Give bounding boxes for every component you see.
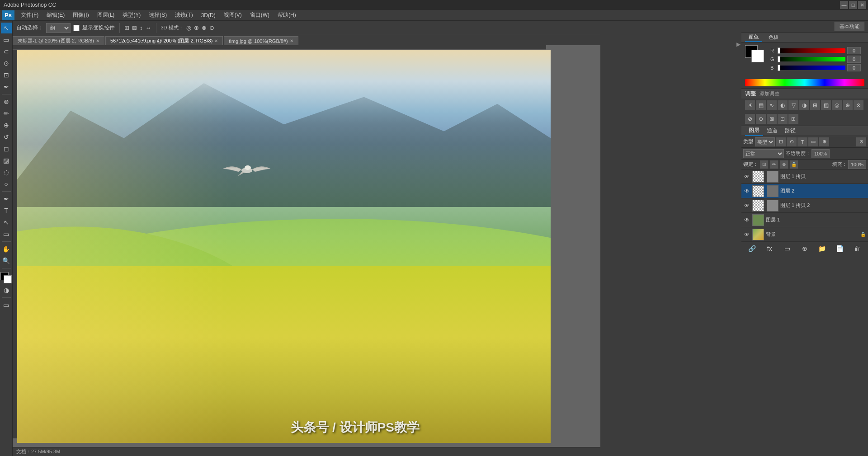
- layer-group-btn[interactable]: 📁: [817, 244, 827, 253]
- g-slider[interactable]: [778, 57, 845, 61]
- lock-all[interactable]: 🔒: [790, 160, 798, 169]
- layer-style-btn[interactable]: fx: [764, 244, 774, 253]
- b-thumb[interactable]: [778, 65, 780, 71]
- tool-eraser[interactable]: ◻: [1, 143, 12, 154]
- tool-quick-select[interactable]: ⊙: [1, 58, 12, 69]
- bg-swatch[interactable]: [751, 50, 764, 62]
- layer-eye-3[interactable]: 👁: [743, 216, 750, 224]
- minimize-btn[interactable]: —: [840, 1, 848, 9]
- adjust-bw[interactable]: ▨: [821, 100, 831, 110]
- menu-layer[interactable]: 图层(L): [94, 10, 118, 20]
- maximize-btn[interactable]: □: [849, 1, 857, 9]
- layer-delete-btn[interactable]: 🗑: [852, 244, 862, 253]
- blend-mode-select[interactable]: 正常 溶解 变暗 正片叠底 颜色加深 叠加 柔光 滤色: [743, 149, 784, 158]
- adjust-exposure[interactable]: ◐: [778, 100, 788, 110]
- tab-3-close[interactable]: ✕: [290, 38, 293, 43]
- tool-crop[interactable]: ⊡: [1, 70, 12, 80]
- tool-zoom[interactable]: 🔍: [1, 255, 12, 266]
- 3d-icon-4[interactable]: ⊙: [209, 24, 214, 31]
- r-value[interactable]: [847, 47, 861, 54]
- transform-icon-1[interactable]: ⊞: [124, 24, 129, 31]
- layer-eye-0[interactable]: 👁: [743, 173, 750, 180]
- layer-kind-select[interactable]: 类型: [755, 137, 775, 146]
- auto-select-dropdown[interactable]: 组 图层: [46, 23, 71, 33]
- menu-view[interactable]: 视图(V): [220, 10, 245, 20]
- menu-3d[interactable]: 3D(D): [198, 11, 219, 19]
- adjust-brightness[interactable]: ☀: [745, 100, 755, 110]
- menu-filter[interactable]: 滤镜(T): [171, 10, 196, 20]
- r-thumb[interactable]: [778, 47, 780, 54]
- menu-help[interactable]: 帮助(H): [274, 10, 300, 20]
- layer-item-0[interactable]: 👁 图层 1 拷贝: [741, 169, 868, 184]
- tool-history-brush[interactable]: ↺: [1, 132, 12, 142]
- color-gradient-bar[interactable]: [745, 79, 864, 86]
- tool-quick-mask[interactable]: ◑: [1, 285, 12, 296]
- lock-transparent[interactable]: ⊡: [760, 160, 768, 169]
- adjust-channel-mix[interactable]: ⊕: [843, 100, 853, 110]
- paths-tab[interactable]: 路径: [781, 126, 799, 136]
- adjust-hsl[interactable]: ◑: [799, 100, 809, 110]
- layer-mask-btn[interactable]: ▭: [782, 244, 792, 253]
- adjust-gradient-map[interactable]: ⊡: [778, 114, 788, 124]
- tab-1-close[interactable]: ✕: [96, 38, 99, 43]
- g-value[interactable]: [847, 56, 861, 63]
- tool-clone[interactable]: ⊕: [1, 120, 12, 131]
- adjust-color-lookup[interactable]: ⊗: [854, 100, 863, 110]
- tool-hand[interactable]: ✋: [1, 244, 12, 254]
- menu-select[interactable]: 选择(S): [145, 10, 170, 20]
- tool-move[interactable]: ↖: [1, 23, 12, 33]
- tool-dodge[interactable]: ○: [1, 179, 12, 189]
- opacity-input[interactable]: [811, 149, 830, 158]
- adjust-photo-filter[interactable]: ◎: [832, 100, 842, 110]
- tool-marquee[interactable]: ▭: [1, 34, 12, 45]
- tool-path-select[interactable]: ↖: [1, 217, 12, 228]
- tool-eyedropper[interactable]: ✒: [1, 81, 12, 92]
- g-thumb[interactable]: [778, 56, 780, 62]
- tool-brush[interactable]: ✏: [1, 108, 12, 119]
- tool-lasso[interactable]: ⊂: [1, 46, 12, 57]
- canvas-image[interactable]: 头条号 / 设计师PS教学: [17, 50, 551, 443]
- r-slider[interactable]: [778, 48, 845, 53]
- channels-tab[interactable]: 通道: [763, 126, 781, 136]
- adjust-posterize[interactable]: ⊙: [756, 114, 766, 124]
- tool-pen[interactable]: ✒: [1, 193, 12, 204]
- transform-icon-4[interactable]: ↔: [146, 24, 151, 31]
- 3d-icon-1[interactable]: ◎: [186, 24, 191, 31]
- 3d-icon-2[interactable]: ⊕: [194, 24, 199, 31]
- tool-shape[interactable]: ▭: [1, 229, 12, 240]
- tool-text[interactable]: T: [1, 205, 12, 216]
- tab-3[interactable]: timg.jpg @ 100%(RGB/8#) ✕: [224, 36, 298, 45]
- layer-filter-shape[interactable]: ▭: [808, 137, 818, 146]
- layer-adj-btn[interactable]: ⊕: [800, 244, 810, 253]
- layer-new-btn[interactable]: 📄: [835, 244, 845, 253]
- tool-heal[interactable]: ⊛: [1, 96, 12, 107]
- layer-eye-4[interactable]: 👁: [743, 231, 750, 238]
- layer-eye-1[interactable]: 👁: [743, 188, 750, 195]
- swatch-tab[interactable]: 色板: [765, 33, 782, 42]
- tab-2-close[interactable]: ✕: [214, 38, 218, 43]
- layer-filter-adj[interactable]: ⊙: [787, 137, 797, 146]
- adjust-levels[interactable]: ▤: [756, 100, 766, 110]
- adjust-curves[interactable]: ∿: [767, 100, 777, 110]
- tool-gradient[interactable]: ▨: [1, 155, 12, 166]
- layer-filter-pixel[interactable]: ⊡: [776, 137, 786, 146]
- transform-icon-2[interactable]: ⊠: [132, 24, 137, 31]
- menu-image[interactable]: 图像(I): [69, 10, 92, 20]
- menu-edit[interactable]: 编辑(E): [43, 10, 68, 20]
- fill-input[interactable]: [848, 160, 866, 169]
- menu-file[interactable]: 文件(F): [17, 10, 42, 20]
- b-slider[interactable]: [778, 66, 845, 70]
- layer-filter-toggle[interactable]: ⊗: [856, 137, 866, 146]
- tool-screen-mode[interactable]: ▭: [1, 300, 12, 310]
- transform-icon-3[interactable]: ↕: [140, 24, 143, 31]
- tool-blur[interactable]: ◌: [1, 167, 12, 178]
- menu-window[interactable]: 窗口(W): [246, 10, 273, 20]
- layer-link-btn[interactable]: 🔗: [747, 244, 757, 253]
- close-btn[interactable]: ✕: [858, 1, 866, 9]
- b-value[interactable]: [847, 64, 861, 71]
- layers-tab[interactable]: 图层: [745, 126, 763, 136]
- show-transform-checkbox[interactable]: [73, 25, 80, 31]
- adjust-threshold[interactable]: ⊠: [767, 114, 777, 124]
- basic-func-btn[interactable]: 基本功能: [835, 22, 864, 31]
- window-controls[interactable]: — □ ✕: [840, 1, 866, 9]
